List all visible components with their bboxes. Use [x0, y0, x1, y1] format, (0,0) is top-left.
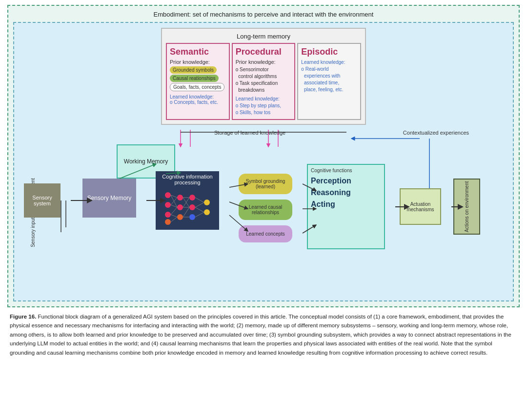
semantic-title: Semantic — [170, 47, 226, 57]
svg-point-9 — [189, 214, 195, 220]
svg-point-5 — [177, 204, 183, 210]
svg-line-25 — [195, 198, 204, 202]
proc-prior-text: o Sensorimotor control algorithmso Task … — [236, 66, 292, 94]
sensory-memory-label: Sensory Memory — [87, 195, 132, 201]
proc-learned: Learned knowledge:o Step by step plans,o… — [236, 96, 292, 116]
actuation-box: Actuation mechanisms — [400, 188, 441, 225]
semantic-prior-label: Prior knowledge: — [170, 59, 226, 65]
learned-concepts-box: Learned concepts — [239, 225, 292, 242]
sensory-system-label: Sensorysystem — [32, 195, 52, 206]
ltm-columns: Semantic Prior knowledge: Grounded symbo… — [166, 43, 361, 120]
svg-line-23 — [183, 207, 189, 217]
svg-point-8 — [189, 204, 195, 210]
actions-env-label: Actions on environment — [464, 181, 469, 232]
svg-point-7 — [189, 195, 195, 200]
sensory-system-box: Sensorysystem — [24, 183, 61, 218]
svg-point-1 — [165, 202, 171, 208]
svg-line-27 — [195, 207, 204, 212]
inner-box: Long-term memory Semantic Prior knowledg… — [13, 22, 514, 301]
svg-line-17 — [171, 215, 177, 217]
episodic-col: Episodic Learned knowledge:o Real-world … — [297, 43, 361, 120]
episodic-learned: Learned knowledge:o Real-world experienc… — [301, 59, 357, 93]
semantic-learned: Learned knowledge:o Concepts, facts, etc… — [170, 94, 226, 105]
sensory-memory-box: Sensory Memory — [82, 179, 136, 218]
badge-goals: Goals, facts, concepts — [170, 83, 224, 91]
episodic-title: Episodic — [301, 47, 357, 57]
working-memory-label: Working Memory — [124, 158, 168, 165]
badge-grounded-symbols: Grounded symbols — [170, 66, 217, 74]
actions-env-box: Actions on environment — [453, 179, 480, 235]
caption-text: Functional block diagram of a generalize… — [10, 314, 511, 356]
badge-causal: Causal reationships — [170, 75, 219, 82]
causal-relationships-label: Learned causal relationships — [239, 204, 292, 215]
causal-relationships-box: Learned causal relationships — [239, 200, 292, 220]
caption: Figure 16. Functional block diagram of a… — [7, 312, 520, 357]
cog-functions-header: Cognitive functions — [311, 168, 381, 173]
ltm-label: Long-term memory — [166, 33, 361, 40]
storage-label: Storage of learned knowledge — [214, 130, 285, 136]
neural-network-diagram — [161, 188, 214, 227]
main-container: Embodiment: set of mechanisms to perceiv… — [0, 0, 527, 362]
svg-point-3 — [165, 219, 171, 225]
context-label: Contextualized experiences — [403, 130, 469, 136]
symbol-grounding-label: Symbol grounding(learned) — [246, 179, 285, 189]
svg-point-11 — [204, 209, 210, 215]
symbol-grounding-box: Symbol grounding(learned) — [239, 174, 292, 194]
svg-point-4 — [177, 195, 183, 200]
cog-functions-main: PerceptionReasoningActing — [311, 175, 381, 210]
svg-point-2 — [165, 212, 171, 218]
proc-prior-label: Prior knowledge: — [236, 59, 292, 65]
cog-processing-box: Cognitive informationprocessing — [156, 171, 219, 230]
svg-line-16 — [171, 207, 177, 215]
procedural-title: Procedural — [236, 47, 292, 57]
embodiment-box: Embodiment: set of mechanisms to perceiv… — [7, 5, 520, 307]
svg-point-10 — [204, 200, 210, 205]
learned-concepts-label: Learned concepts — [246, 231, 285, 237]
svg-line-14 — [171, 198, 177, 205]
svg-line-26 — [195, 202, 204, 207]
svg-point-6 — [177, 214, 183, 220]
svg-point-0 — [165, 192, 171, 198]
actuation-label: Actuation mechanisms — [401, 201, 440, 212]
embodiment-label: Embodiment: set of mechanisms to perceiv… — [13, 11, 514, 18]
diagram-wrapper: Storage of learned knowledge Contextuali… — [19, 130, 508, 296]
svg-line-28 — [195, 212, 204, 217]
procedural-col: Procedural Prior knowledge: o Sensorimot… — [232, 43, 296, 120]
caption-figure-label: Figure 16. — [10, 314, 36, 320]
ltm-container: Long-term memory Semantic Prior knowledg… — [161, 28, 366, 125]
semantic-col: Semantic Prior knowledge: Grounded symbo… — [166, 43, 230, 120]
svg-line-18 — [171, 217, 177, 222]
cog-processing-label: Cognitive informationprocessing — [162, 174, 212, 185]
cog-functions-box: Cognitive functions PerceptionReasoningA… — [307, 164, 385, 249]
